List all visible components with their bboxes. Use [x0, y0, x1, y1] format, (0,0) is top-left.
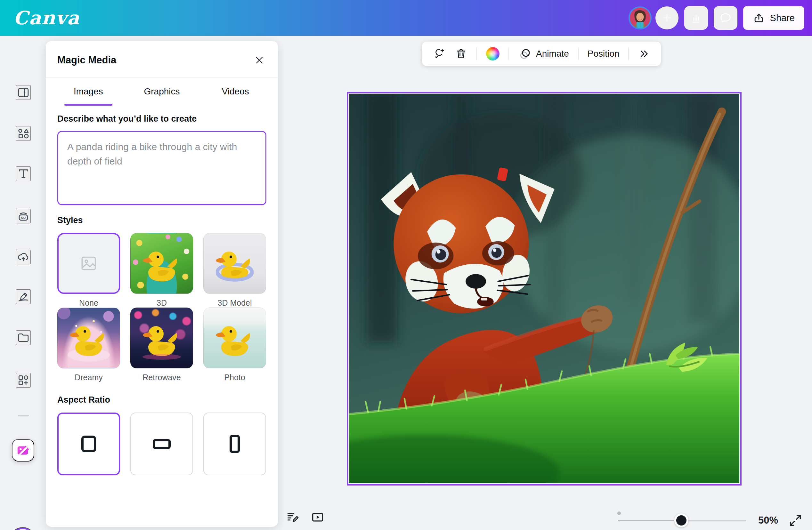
- uploads-icon: [17, 250, 30, 264]
- comments-button[interactable]: [714, 6, 737, 30]
- style-label: 3D: [130, 298, 193, 308]
- panel-tabs: Images Graphics Videos: [46, 77, 278, 106]
- style-label: 3D Model: [203, 298, 266, 308]
- elements-icon: [17, 126, 30, 141]
- zoom-slider-fill: [618, 520, 681, 521]
- zoom-level-value[interactable]: 50%: [751, 515, 786, 526]
- style-option-3d-model[interactable]: 3D Model: [203, 233, 266, 308]
- style-label: Photo: [203, 373, 266, 382]
- color-wheel-icon: [486, 47, 499, 60]
- tab-videos[interactable]: Videos: [199, 77, 272, 106]
- style-label: None: [57, 298, 120, 308]
- user-avatar[interactable]: [628, 6, 652, 29]
- left-sidebar: co: [0, 36, 46, 530]
- style-thumb-photo: [203, 308, 266, 368]
- tab-graphics[interactable]: Graphics: [125, 77, 199, 106]
- plus-icon: [661, 12, 673, 24]
- notes-button[interactable]: [284, 509, 301, 526]
- magic-media-panel: Magic Media Images Graphics Videos Descr…: [46, 41, 278, 527]
- style-thumb-none: [57, 233, 120, 294]
- comment-add-icon: [433, 47, 446, 60]
- present-icon: [310, 510, 325, 525]
- toolbar-divider: [578, 47, 579, 60]
- styles-grid: None 3D 3D Model: [57, 233, 266, 382]
- sidebar-item-text[interactable]: [16, 166, 31, 181]
- insights-button[interactable]: [684, 6, 708, 30]
- magic-media-icon: [16, 443, 30, 458]
- apps-icon: [17, 373, 30, 387]
- image-placeholder-icon: [79, 253, 99, 273]
- draw-icon: [17, 289, 30, 304]
- double-chevron-icon: [638, 48, 650, 60]
- describe-heading: Describe what you’d like to create: [57, 114, 266, 124]
- canvas-selected-image[interactable]: [347, 92, 742, 486]
- sidebar-item-apps[interactable]: [16, 373, 31, 387]
- comment-icon: [719, 11, 732, 25]
- landscape-ratio-icon: [153, 439, 171, 449]
- top-bar-controls: Share: [628, 0, 804, 36]
- sidebar-item-projects[interactable]: [16, 330, 31, 345]
- styles-heading: Styles: [57, 216, 266, 225]
- animate-icon: [518, 47, 532, 61]
- sidebar-item-elements[interactable]: [16, 126, 31, 141]
- close-panel-button[interactable]: [252, 53, 266, 67]
- panel-title: Magic Media: [57, 55, 116, 66]
- style-label: Dreamy: [57, 373, 120, 382]
- style-option-dreamy[interactable]: Dreamy: [57, 308, 120, 382]
- canva-logo[interactable]: Canva: [13, 7, 80, 29]
- panel-header: Magic Media: [46, 41, 278, 77]
- aspect-ratio-portrait[interactable]: [203, 413, 266, 475]
- animate-label: Animate: [536, 49, 569, 59]
- fullscreen-button[interactable]: [787, 512, 804, 529]
- sidebar-divider: [18, 415, 29, 416]
- prompt-input[interactable]: [57, 131, 266, 205]
- add-member-button[interactable]: [655, 6, 679, 29]
- share-button[interactable]: Share: [743, 6, 804, 30]
- zoom-slider-thumb[interactable]: [674, 513, 688, 527]
- aspect-ratio-heading: Aspect Ratio: [57, 395, 266, 405]
- position-label: Position: [588, 49, 620, 59]
- panel-body: Describe what you’d like to create Style…: [46, 106, 278, 475]
- close-icon: [253, 55, 265, 66]
- svg-text:co: co: [21, 216, 26, 220]
- style-option-photo[interactable]: Photo: [203, 308, 266, 382]
- aspect-ratio-square[interactable]: [57, 413, 120, 475]
- present-button[interactable]: [309, 509, 326, 526]
- delete-button[interactable]: [451, 45, 471, 63]
- style-thumb-3d-model: [203, 233, 266, 294]
- style-option-retrowave[interactable]: Retrowave: [130, 308, 193, 382]
- animate-button[interactable]: Animate: [515, 45, 572, 63]
- sidebar-item-design[interactable]: [16, 85, 31, 100]
- sidebar-item-magic-media[interactable]: [12, 439, 34, 461]
- top-bar: Canva: [0, 0, 812, 36]
- canva-editor: Canva: [0, 0, 812, 530]
- portrait-ratio-icon: [230, 435, 240, 453]
- style-thumb-dreamy: [57, 308, 120, 368]
- avatar-image: [630, 8, 650, 28]
- position-button[interactable]: Position: [584, 45, 623, 63]
- design-icon: [17, 85, 30, 100]
- text-icon: [17, 166, 30, 181]
- toolbar-divider: [508, 47, 509, 60]
- share-icon: [753, 12, 765, 24]
- sidebar-item-draw[interactable]: [16, 289, 31, 304]
- style-thumb-3d: [130, 233, 193, 294]
- notes-icon: [286, 510, 300, 524]
- brand-icon: co: [17, 209, 30, 223]
- tab-images[interactable]: Images: [52, 77, 125, 106]
- style-option-3d[interactable]: 3D: [130, 233, 193, 308]
- square-ratio-icon: [81, 436, 96, 452]
- toolbar-divider: [628, 47, 629, 60]
- expand-icon: [788, 513, 803, 528]
- aspect-ratio-landscape[interactable]: [130, 413, 193, 475]
- aspect-ratio-grid: [57, 413, 266, 475]
- style-thumb-retrowave: [130, 308, 193, 368]
- color-button[interactable]: [483, 45, 503, 63]
- sidebar-item-uploads[interactable]: [16, 250, 31, 264]
- comment-add-button[interactable]: [430, 45, 449, 63]
- style-option-none[interactable]: None: [57, 233, 120, 308]
- insights-icon: [690, 11, 703, 25]
- more-tools-button[interactable]: [635, 45, 653, 63]
- sidebar-item-brand[interactable]: co: [16, 209, 31, 223]
- canva-assistant-button[interactable]: [10, 527, 36, 530]
